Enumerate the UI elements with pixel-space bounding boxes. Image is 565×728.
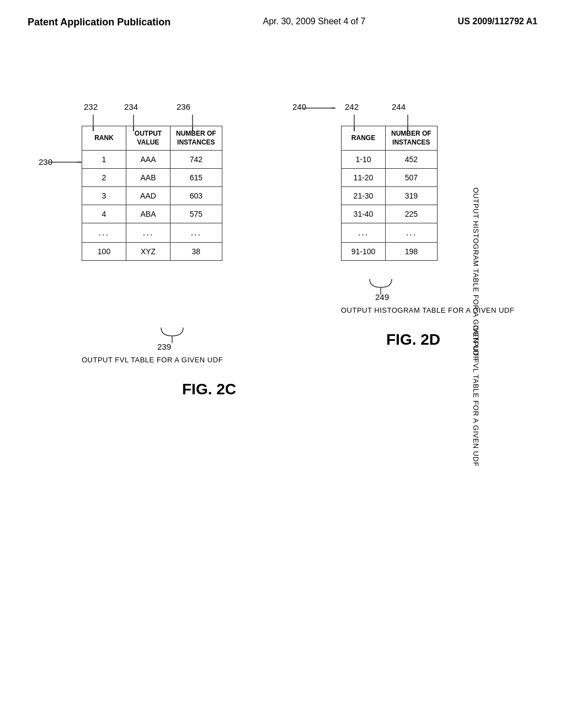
ref-242: 242 bbox=[345, 102, 359, 111]
fig2c-table-label: OUTPUT FVL TABLE FOR A GIVEN UDF bbox=[82, 356, 223, 364]
svg-marker-10 bbox=[331, 108, 335, 109]
publication-title: Patent Application Publication bbox=[28, 17, 170, 28]
cell-rank-100: 100 bbox=[82, 243, 126, 261]
cell-output-4: ABA bbox=[126, 205, 170, 223]
cell-rank-1: 1 bbox=[82, 151, 126, 169]
table-row-ellipsis: ... ... bbox=[342, 223, 438, 243]
fig2d-vertical-label: OUTPUT HISTOGRAM TABLE FOR A GIVEN UDF bbox=[472, 188, 480, 361]
cell-instances-r1: 452 bbox=[386, 151, 438, 169]
fig2c-col2-header: OUTPUTVALUE bbox=[126, 126, 170, 151]
cell-rank-4: 4 bbox=[82, 205, 126, 223]
table-row: 4 ABA 575 bbox=[82, 205, 222, 223]
table-row: 1 AAA 742 bbox=[82, 151, 222, 169]
sheet-info: Apr. 30, 2009 Sheet 4 of 7 bbox=[263, 17, 366, 26]
fig2c-table: RANK OUTPUTVALUE NUMBER OFINSTANCES 1 AA… bbox=[82, 126, 222, 261]
table-row: 31-40 225 bbox=[342, 205, 438, 223]
bracket-249 bbox=[364, 279, 397, 296]
cell-instances-r3: 319 bbox=[386, 187, 438, 205]
cell-instances-ellipsis: ... bbox=[170, 223, 222, 243]
cell-range-4: 31-40 bbox=[342, 205, 386, 223]
table-row-ellipsis: ... ... ... bbox=[82, 223, 222, 243]
cell-instances-2: 615 bbox=[170, 169, 222, 187]
cell-instances-ellipsis-d: ... bbox=[386, 223, 438, 243]
table-row: 11-20 507 bbox=[342, 169, 438, 187]
cell-instances-3: 603 bbox=[170, 187, 222, 205]
fig2d-label: FIG. 2D bbox=[386, 331, 440, 349]
table-row-last: 91-100 198 bbox=[342, 243, 438, 261]
cell-rank-2: 2 bbox=[82, 169, 126, 187]
cell-instances-1: 742 bbox=[170, 151, 222, 169]
fig2d-col1-header: RANGE bbox=[342, 126, 386, 151]
ref-232: 232 bbox=[84, 102, 98, 111]
arrow-240 bbox=[302, 108, 347, 109]
cell-instances-4: 575 bbox=[170, 205, 222, 223]
cell-range-ellipsis: ... bbox=[342, 223, 386, 243]
table-row: 3 AAD 603 bbox=[82, 187, 222, 205]
cell-output-2: AAB bbox=[126, 169, 170, 187]
cell-instances-r4: 225 bbox=[386, 205, 438, 223]
ref-244: 244 bbox=[392, 102, 406, 111]
fig2d-table: RANGE NUMBER OFINSTANCES 1-10 452 11-20 … bbox=[341, 126, 438, 261]
cell-rank-ellipsis: ... bbox=[82, 223, 126, 243]
cell-rank-3: 3 bbox=[82, 187, 126, 205]
table-row: 2 AAB 615 bbox=[82, 169, 222, 187]
patent-number: US 2009/112792 A1 bbox=[458, 17, 537, 26]
fig2c-col1-header: RANK bbox=[82, 126, 126, 151]
page: Patent Application Publication Apr. 30, … bbox=[0, 0, 565, 728]
fig2d-table-label: OUTPUT HISTOGRAM TABLE FOR A GIVEN UDF bbox=[341, 306, 514, 314]
cell-output-100: XYZ bbox=[126, 243, 170, 261]
fig2d-col2-header: NUMBER OFINSTANCES bbox=[386, 126, 438, 151]
cell-instances-last: 198 bbox=[386, 243, 438, 261]
svg-marker-1 bbox=[77, 162, 82, 163]
cell-output-ellipsis: ... bbox=[126, 223, 170, 243]
table-row: 21-30 319 bbox=[342, 187, 438, 205]
fig2c-col3-header: NUMBER OFINSTANCES bbox=[170, 126, 222, 151]
cell-output-3: AAD bbox=[126, 187, 170, 205]
table-row: 1-10 452 bbox=[342, 151, 438, 169]
ref-236: 236 bbox=[177, 102, 190, 111]
table-row-last: 100 XYZ 38 bbox=[82, 243, 222, 261]
cell-range-3: 21-30 bbox=[342, 187, 386, 205]
fig2c-label: FIG. 2C bbox=[182, 381, 236, 398]
cell-range-last: 91-100 bbox=[342, 243, 386, 261]
cell-range-2: 11-20 bbox=[342, 169, 386, 187]
cell-output-1: AAA bbox=[126, 151, 170, 169]
cell-range-1: 1-10 bbox=[342, 151, 386, 169]
ref-234: 234 bbox=[124, 102, 138, 111]
cell-instances-100: 38 bbox=[170, 243, 222, 261]
cell-instances-r2: 507 bbox=[386, 169, 438, 187]
bracket-239 bbox=[156, 328, 189, 344]
page-header: Patent Application Publication Apr. 30, … bbox=[0, 0, 565, 34]
ref-240: 240 bbox=[292, 102, 306, 111]
